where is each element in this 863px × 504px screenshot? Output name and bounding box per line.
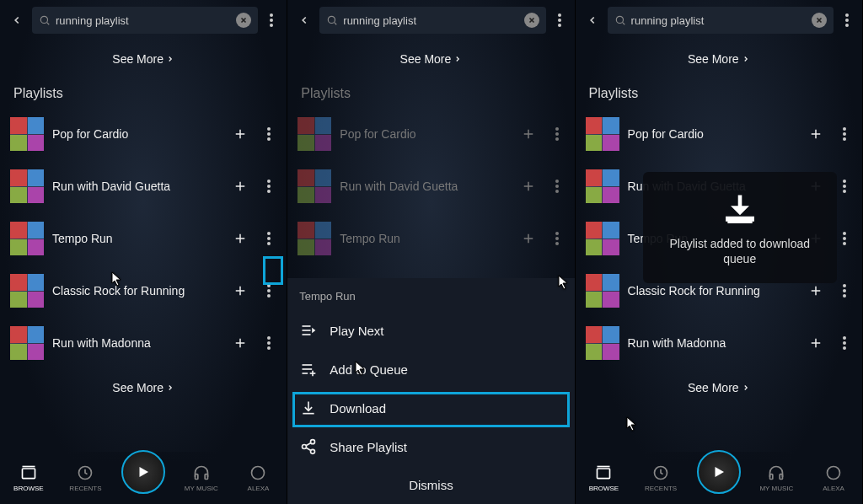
add-button[interactable] [229,123,251,145]
overflow-menu-button[interactable] [837,13,857,27]
cursor-icon [626,416,638,432]
kebab-icon [843,284,846,298]
album-art [586,274,619,308]
item-overflow-button [548,127,566,141]
playlist-item[interactable]: Run with Madonna [576,317,862,369]
close-icon [239,16,248,24]
nav-my-music[interactable]: MY MUSIC [180,464,222,492]
svg-rect-66 [303,368,313,370]
svg-point-50 [555,137,559,141]
add-button[interactable] [229,332,251,354]
context-download[interactable]: Download [287,389,574,427]
context-item-label: Download [330,401,386,416]
nav-my-music[interactable]: MY MUSIC [755,464,797,492]
playlist-item[interactable]: Run with Madonna [0,317,287,369]
playlist-name: Tempo Run [52,232,221,245]
add-button[interactable] [229,228,251,249]
album-art [10,117,44,151]
svg-point-97 [843,237,846,240]
panel-step-2: running playlist See More Playlists Pop … [287,0,575,504]
item-overflow-button[interactable] [260,180,278,193]
item-overflow-button[interactable] [835,284,854,298]
nav-browse[interactable]: BROWSE [8,464,50,492]
search-input[interactable]: running playlist [56,14,231,27]
playlist-item[interactable]: Pop for Cardio [576,108,862,160]
playlist-item[interactable]: Run with David Guetta [0,160,287,212]
add-button [517,228,539,249]
nav-recents[interactable]: RECENTS [640,464,682,492]
search-box[interactable]: running playlist [608,7,834,34]
svg-point-5 [270,19,273,22]
search-box[interactable]: running playlist [32,7,258,34]
browse-icon [595,464,612,481]
see-more-bottom[interactable]: See More [0,369,287,406]
clear-search-button[interactable] [236,13,251,28]
item-overflow-button[interactable] [835,180,854,193]
see-more-top[interactable]: See More [287,40,574,78]
item-overflow-button[interactable] [835,127,854,141]
download-icon [721,190,758,228]
svg-point-96 [843,232,846,235]
svg-point-93 [843,190,846,193]
back-button[interactable] [5,8,29,32]
nav-alexa[interactable]: ALEXA [237,464,279,492]
add-button[interactable] [229,175,251,197]
item-overflow-button[interactable] [260,127,278,141]
item-overflow-button[interactable] [260,284,278,298]
svg-point-24 [267,284,271,287]
alexa-icon [825,464,842,481]
now-playing-button[interactable] [121,450,165,494]
back-button[interactable] [292,8,316,32]
item-overflow-button[interactable] [835,232,854,245]
item-overflow-button[interactable] [260,232,278,245]
overflow-menu-button[interactable] [261,13,281,27]
see-more-top[interactable]: See More [0,40,287,78]
context-dismiss[interactable]: Dismiss [287,466,574,504]
playlist-item: Tempo Run [287,212,574,265]
playlist-item[interactable]: Pop for Cardio [0,108,287,160]
search-input[interactable]: running playlist [631,14,807,27]
add-button[interactable] [805,123,827,145]
playlist-name: Pop for Cardio [628,127,796,141]
clear-search-button[interactable] [812,13,827,28]
nav-alexa[interactable]: ALEXA [812,464,855,492]
playlist-item[interactable]: Classic Rock for Running [0,265,287,317]
see-more-top[interactable]: See More [576,40,862,78]
svg-point-39 [329,16,335,23]
nav-browse[interactable]: BROWSE [582,464,624,492]
svg-point-60 [555,242,559,245]
close-icon [815,16,823,24]
kebab-icon [555,232,559,245]
svg-point-10 [267,132,271,136]
back-button[interactable] [581,8,604,32]
chevron-right-icon [453,55,462,63]
item-overflow-button[interactable] [835,336,854,350]
search-box[interactable]: running playlist [319,7,545,34]
svg-rect-62 [303,330,311,331]
svg-point-26 [267,294,271,298]
context-play-next[interactable]: Play Next [287,311,574,350]
playlist-name: Run with Madonna [628,336,796,350]
chevron-left-icon [298,14,310,26]
clear-search-button[interactable] [524,13,539,28]
playlist-item[interactable]: Tempo Run [0,212,287,265]
chevron-right-icon [166,383,174,392]
svg-rect-113 [770,475,773,480]
overflow-menu-button[interactable] [549,13,570,27]
svg-point-30 [267,341,271,345]
add-button[interactable] [229,280,251,302]
context-add-queue[interactable]: Add to Queue [287,350,574,389]
now-playing-button[interactable] [697,450,741,494]
context-share[interactable]: Share Playlist [287,427,574,466]
play-icon [711,464,726,480]
search-input[interactable]: running playlist [343,14,518,27]
add-button[interactable] [805,332,827,354]
see-more-bottom[interactable]: See More [576,369,862,406]
item-overflow-button[interactable] [260,336,278,350]
bottom-nav: BROWSE RECENTS MY MUSIC ALEXA [576,452,862,504]
download-icon [300,399,317,416]
plus-icon [521,126,536,142]
nav-recents[interactable]: RECENTS [64,464,106,492]
see-more-label: See More [688,381,739,394]
svg-point-21 [267,242,271,245]
